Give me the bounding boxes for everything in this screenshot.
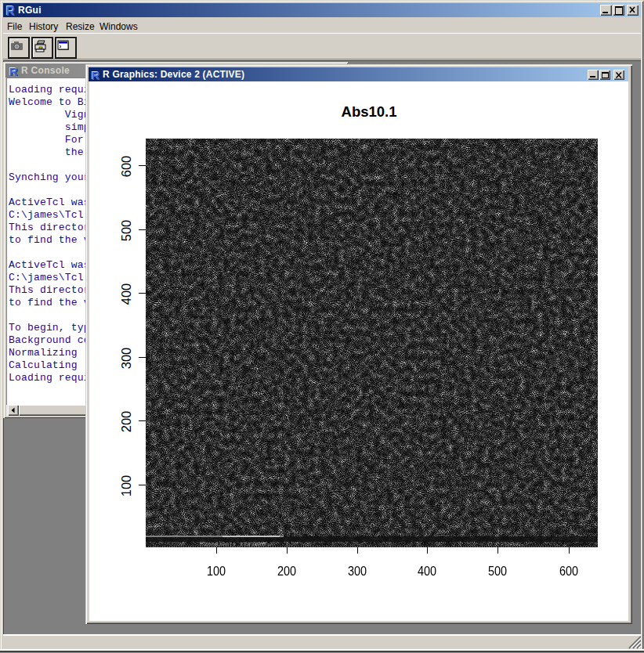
svg-text:R: R xyxy=(9,65,18,77)
svg-text:R: R xyxy=(92,69,100,81)
svg-text:R: R xyxy=(6,5,16,16)
